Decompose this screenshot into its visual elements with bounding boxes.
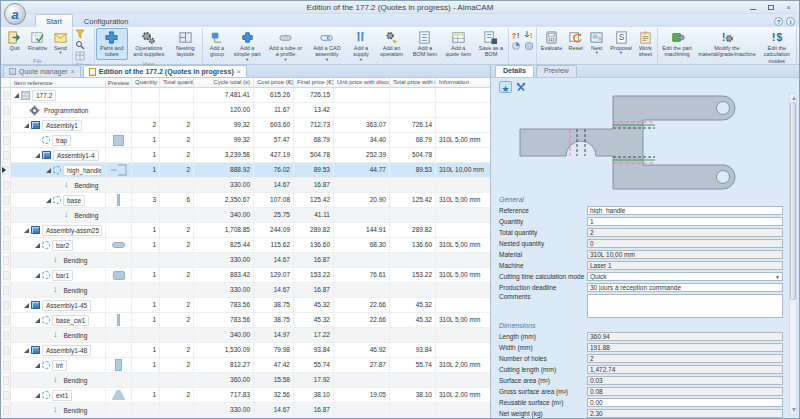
nesting-layouts-button[interactable]: Nesting layouts (170, 28, 201, 60)
quantity-cell[interactable]: 2 (132, 118, 160, 132)
item-reference-label[interactable]: Assembly1-4 (53, 150, 99, 161)
tree-expander-icon[interactable] (24, 108, 29, 113)
filter-search-button[interactable] (74, 40, 86, 50)
tree-expander-icon[interactable] (46, 333, 51, 338)
tree-expander-icon[interactable] (24, 348, 29, 353)
item-reference-label[interactable]: Bending (71, 210, 103, 221)
tree-expander-icon[interactable] (24, 228, 29, 233)
tools-button[interactable] (514, 81, 527, 93)
tab-configuration[interactable]: Configuration (73, 14, 140, 27)
header-total-quantity[interactable]: Total quantity (160, 78, 194, 87)
table-row[interactable]: Bending 360.00 15.58 17.92 (1, 373, 490, 388)
quantity-cell[interactable]: 1 (132, 163, 160, 177)
item-reference-label[interactable]: Assembly-assm25 (42, 225, 102, 236)
sort-down-button[interactable]: ! (523, 30, 535, 40)
item-reference-label[interactable]: 177.2 (32, 90, 56, 101)
quantity-cell[interactable] (132, 178, 160, 192)
add-bom-item-button[interactable]: Add a BOM item (408, 28, 441, 60)
minimize-button[interactable] (744, 2, 761, 13)
quantity-cell[interactable]: 1 (132, 268, 160, 282)
quantity-cell[interactable] (132, 328, 160, 342)
item-reference-label[interactable]: Bending (60, 375, 92, 386)
almacam-logo-icon[interactable]: a (4, 3, 26, 25)
item-reference-label[interactable]: Bending (60, 330, 92, 341)
item-reference-label[interactable]: high_handle (63, 165, 102, 176)
header-cycle-total[interactable]: Cycle total (s) (194, 78, 254, 87)
quantity-cell[interactable] (132, 103, 160, 117)
header-preview[interactable]: Preview (106, 78, 132, 87)
item-reference-label[interactable]: int (52, 360, 67, 371)
tree-expander-icon[interactable] (46, 258, 51, 263)
close-tab-icon[interactable]: × (71, 68, 75, 75)
close-button[interactable]: × (780, 2, 797, 13)
tree-expander-icon[interactable] (24, 303, 29, 308)
add-tube-profile-button[interactable]: Add a tube or a profile (264, 28, 306, 64)
sort-up-button[interactable]: ! (510, 30, 522, 40)
field-input[interactable]: Laser 1 (587, 261, 783, 270)
item-reference-label[interactable]: Bending (60, 255, 92, 266)
item-reference-label[interactable]: bar1 (52, 270, 73, 281)
item-reference-label[interactable]: Programmation (40, 105, 92, 116)
save-as-bom-button[interactable]: Save as a BOM (475, 28, 507, 60)
scrollbar-thumb[interactable] (790, 102, 796, 300)
quantity-cell[interactable]: 1 (132, 313, 160, 327)
tree-expander-icon[interactable] (46, 168, 51, 173)
field-input[interactable]: 0.08 (587, 387, 783, 396)
parts-and-tubes-button[interactable]: Parts and tubes (96, 28, 128, 60)
panel-scrollbar[interactable] (789, 93, 797, 415)
add-supply-button[interactable]: Add a supply (347, 28, 374, 64)
tree-expander-icon[interactable] (35, 243, 40, 248)
tree-expander-icon[interactable] (57, 213, 62, 218)
field-input[interactable]: 0.03 (587, 376, 783, 385)
item-reference-label[interactable]: Bending (60, 405, 92, 416)
table-row[interactable]: Bending 330.00 14.67 16.87 (1, 403, 490, 418)
header-final-price[interactable]: Final price (€) (294, 78, 334, 87)
item-reference-label[interactable]: trap (52, 135, 71, 146)
table-row[interactable]: bar2 1 2 825.44 115.62 136.60 68.30 136.… (1, 238, 490, 253)
tree-expander-icon[interactable] (46, 288, 51, 293)
quantity-cell[interactable]: 1 (132, 133, 160, 147)
table-row[interactable]: trap 1 2 99.32 57.47 68.79 34.40 68.79 3… (1, 133, 490, 148)
field-input[interactable]: 1 (587, 217, 783, 226)
table-row[interactable]: Bending 330.00 14.67 16.87 (1, 178, 490, 193)
pie-tool-button[interactable] (510, 41, 522, 51)
field-input[interactable]: 2 (587, 228, 783, 237)
field-input[interactable]: 2 (587, 354, 783, 363)
nest-button[interactable]: Nest (586, 28, 607, 57)
tree-expander-icon[interactable] (46, 408, 51, 413)
item-reference-label[interactable]: Assembly1 (42, 120, 82, 131)
table-row[interactable]: Bending 330.00 14.67 16.87 (1, 283, 490, 298)
table-row[interactable]: Assembly1-48 1 2 1,530.09 79.98 93.84 46… (1, 343, 490, 358)
quantity-cell[interactable] (132, 88, 160, 102)
item-reference-label[interactable]: Assembly1-48 (42, 345, 91, 356)
table-row[interactable]: int 1 2 812.27 47.42 55.74 27.87 55.74 3… (1, 358, 490, 373)
close-tab-icon[interactable]: × (237, 68, 241, 75)
field-input[interactable] (587, 294, 783, 318)
tree-expander-icon[interactable] (46, 198, 51, 203)
field-input[interactable]: 360.94 (587, 332, 783, 341)
table-row[interactable]: Assembly1-45 1 2 783.56 38.75 45.32 22.6… (1, 298, 490, 313)
tree-expander-icon[interactable] (35, 393, 40, 398)
tab-preview[interactable]: Preview (536, 65, 577, 77)
tree-expander-icon[interactable] (35, 318, 40, 323)
header-unit-price-discount[interactable]: Unit price with discount (€) (334, 78, 390, 87)
maximize-button[interactable] (762, 2, 779, 13)
field-input[interactable]: 191.88 (587, 343, 783, 352)
tree-expander-icon[interactable] (14, 93, 19, 98)
field-input[interactable]: 30 jours à réception commande (587, 283, 783, 292)
tab-quote-manager[interactable]: Quote manager × (3, 65, 81, 77)
modify-material-button[interactable]: ! Modify the material/grade/machine (695, 28, 758, 60)
help-icon[interactable]: ? (774, 17, 783, 26)
item-reference-label[interactable]: bar2 (52, 240, 73, 251)
tab-details[interactable]: Details (495, 65, 534, 77)
table-row[interactable]: Bending 340.00 25.75 41.11 (1, 208, 490, 223)
tab-edition-177-2[interactable]: Edition of the 177.2 (Quotes in progress… (83, 65, 247, 77)
field-input[interactable]: 2.30 (587, 409, 783, 418)
tree-expander-icon[interactable] (35, 138, 40, 143)
db-tool-button[interactable] (523, 41, 535, 51)
field-input[interactable]: 1,472.74 (587, 365, 783, 374)
filter-grid-button[interactable] (74, 51, 86, 61)
quantity-cell[interactable] (132, 208, 160, 222)
table-row[interactable]: ext1 1 2 717.83 32.56 38.10 19.05 38.10 … (1, 388, 490, 403)
table-row[interactable]: Bending 330.00 14.67 16.87 (1, 253, 490, 268)
